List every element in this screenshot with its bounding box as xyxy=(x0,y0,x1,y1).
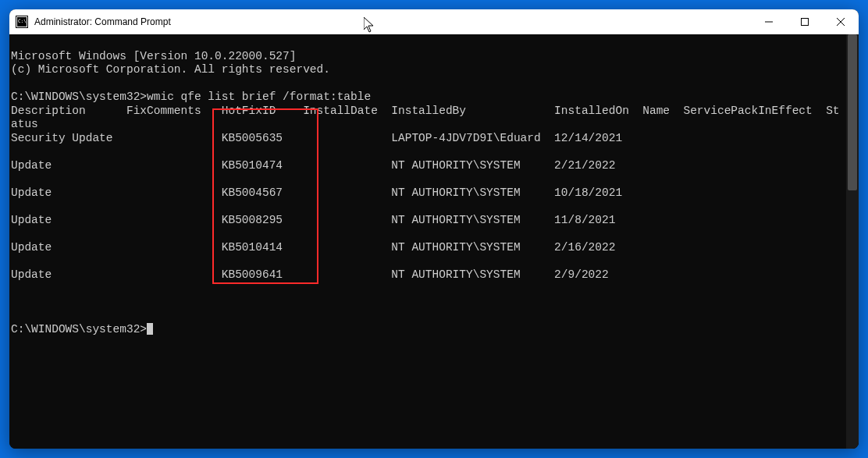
table-row: Security Update KB5005635 LAPTOP-4JDV7D9… xyxy=(11,132,846,146)
table-row: Update KB5008295 NT AUTHORITY\SYSTEM 11/… xyxy=(11,214,846,228)
minimize-button[interactable] xyxy=(751,9,787,34)
blank-line xyxy=(11,309,846,323)
scrollbar-thumb[interactable] xyxy=(848,34,857,190)
blank-line xyxy=(11,145,846,159)
blank-line xyxy=(11,172,846,186)
copyright-line: (c) Microsoft Corporation. All rights re… xyxy=(11,63,846,77)
blank-line xyxy=(11,227,846,241)
terminal-area: Microsoft Windows [Version 10.0.22000.52… xyxy=(9,34,859,449)
terminal-output[interactable]: Microsoft Windows [Version 10.0.22000.52… xyxy=(9,34,846,449)
blank-line xyxy=(11,200,846,214)
blank-line xyxy=(11,282,846,296)
version-line: Microsoft Windows [Version 10.0.22000.52… xyxy=(11,50,846,64)
blank-line xyxy=(11,296,846,310)
svg-rect-5 xyxy=(802,19,809,26)
titlebar[interactable]: C:\ Administrator: Command Prompt xyxy=(9,9,859,34)
prompt-text: C:\WINDOWS\system32> xyxy=(11,91,147,103)
close-button[interactable] xyxy=(823,9,859,34)
table-row: Update KB5004567 NT AUTHORITY\SYSTEM 10/… xyxy=(11,186,846,201)
maximize-button[interactable] xyxy=(787,9,823,34)
table-row: Update KB5010474 NT AUTHORITY\SYSTEM 2/2… xyxy=(11,159,846,173)
window-title: Administrator: Command Prompt xyxy=(34,16,751,27)
svg-text:C:\: C:\ xyxy=(18,18,27,23)
table-row: Update KB5009641 NT AUTHORITY\SYSTEM 2/9… xyxy=(11,268,846,282)
prompt-line: C:\WINDOWS\system32> xyxy=(11,323,846,337)
blank-line xyxy=(11,77,846,91)
terminal-cursor xyxy=(147,323,153,335)
cmd-icon: C:\ xyxy=(16,16,28,28)
command-text: wmic qfe list brief /format:table xyxy=(147,91,371,103)
table-header-row: Description FixComments HotFixID Install… xyxy=(11,105,846,119)
command-line: C:\WINDOWS\system32>wmic qfe list brief … xyxy=(11,91,846,105)
table-row: Update KB5010414 NT AUTHORITY\SYSTEM 2/1… xyxy=(11,241,846,255)
command-prompt-window: C:\ Administrator: Command Prompt Micros… xyxy=(9,9,859,449)
prompt-text: C:\WINDOWS\system32> xyxy=(11,323,147,336)
blank-line xyxy=(11,254,846,268)
table-header-wrap: atus xyxy=(11,118,846,132)
window-controls xyxy=(751,9,859,34)
scrollbar[interactable] xyxy=(846,34,859,449)
